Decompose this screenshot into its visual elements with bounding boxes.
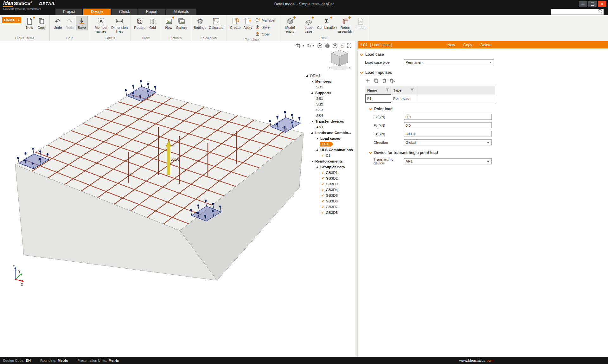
home-view-icon[interactable]: ⌂ — [339, 42, 345, 49]
tree-item-group-of-bars[interactable]: Group of Bars — [304, 164, 354, 170]
orbit-view-icon[interactable]: ↻ — [306, 42, 312, 49]
tree-item-loads-and-combin-[interactable]: Loads and Combin... — [304, 130, 354, 136]
checkbox-checked-icon[interactable]: ✔ — [321, 200, 324, 203]
tree-item-ss4[interactable]: SS4 — [304, 113, 354, 118]
impulse-type-cell[interactable]: Point load — [391, 94, 416, 103]
tree-item-supports[interactable]: Supports — [304, 90, 354, 96]
tree-item-transfer-devices[interactable]: Transfer devices — [304, 118, 354, 124]
fz-input[interactable] — [404, 131, 492, 137]
redo-button[interactable]: ↷ Redo — [64, 16, 75, 30]
new-load-case-action[interactable]: New — [447, 43, 455, 47]
chevron-down-icon[interactable]: ▾ — [16, 18, 20, 22]
tree-item-reinforcements[interactable]: Reinforcements — [304, 158, 354, 164]
transmitting-device-select[interactable]: AN1 — [404, 158, 492, 164]
section-transmitting-device[interactable]: Device for transmitting a point load — [358, 150, 608, 155]
tab-check[interactable]: Check — [112, 9, 138, 15]
direction-select[interactable]: Global — [404, 139, 492, 145]
checkbox-checked-icon[interactable]: ✔ — [321, 177, 324, 180]
fy-input[interactable] — [404, 122, 492, 128]
viewport-3d-scene[interactable]: 300.0 — [0, 41, 355, 357]
template-save-button[interactable]: Save — [254, 24, 276, 30]
expander-icon[interactable] — [311, 132, 313, 134]
add-impulse-icon[interactable] — [365, 78, 370, 83]
section-load-case[interactable]: Load case — [358, 52, 608, 57]
settings-button[interactable]: ⚙ Settings — [193, 16, 207, 30]
tree-item-c1[interactable]: ✔C1 — [304, 153, 354, 158]
tab-report[interactable]: Report — [138, 9, 165, 15]
new-combination-button[interactable]: Σ Combination — [318, 16, 336, 30]
apply-template-button[interactable]: Apply — [242, 16, 253, 30]
tree-item-gb3d8[interactable]: ✔GB3D8 — [304, 210, 354, 215]
dimension-lines-button[interactable]: Dimension lines — [111, 16, 128, 34]
solid-cube-icon[interactable] — [324, 42, 331, 49]
new-picture-button[interactable]: New — [163, 16, 175, 30]
tree-item-gb3d2[interactable]: ✔GB3D2 — [304, 176, 354, 181]
copy-load-case-action[interactable]: Copy — [463, 43, 472, 47]
expander-icon[interactable] — [311, 80, 313, 82]
new-model-entity-button[interactable]: Model entity — [281, 16, 299, 34]
copy-impulse-icon[interactable] — [373, 78, 379, 83]
tree-item-gb3d5[interactable]: ✔GB3D5 — [304, 193, 354, 198]
viewport-3d[interactable]: 300.0 — [0, 41, 355, 357]
checkbox-checked-icon[interactable]: ✔ — [321, 182, 324, 186]
minimize-button[interactable] — [579, 1, 587, 7]
expander-icon[interactable] — [306, 75, 308, 77]
shaded-cube-icon[interactable] — [332, 42, 338, 49]
checkbox-checked-icon[interactable]: ✔ — [321, 154, 324, 157]
tree-item-uls-combinations[interactable]: ULS Combinations — [304, 147, 354, 153]
undo-button[interactable]: ↶ Undo — [52, 16, 63, 30]
expander-icon[interactable] — [316, 149, 318, 151]
column-header-name[interactable]: Name — [365, 86, 391, 94]
impulse-name-cell[interactable]: F1 — [365, 94, 391, 103]
save-button[interactable]: Save — [76, 16, 87, 30]
tree-item-lc1[interactable]: LC1 — [304, 141, 354, 147]
section-point-load[interactable]: Point load — [358, 107, 608, 111]
tree-item-ss2[interactable]: SS2 — [304, 101, 354, 107]
template-manager-button[interactable]: Manager — [254, 17, 276, 23]
tree-item-drm1[interactable]: DRM1 — [304, 73, 354, 79]
search-input[interactable] — [553, 10, 598, 14]
filter-icon[interactable] — [410, 88, 414, 92]
checkbox-checked-icon[interactable]: ✔ — [321, 171, 324, 175]
expander-icon[interactable] — [311, 120, 313, 122]
tree-item-gb3d6[interactable]: ✔GB3D6 — [304, 198, 354, 204]
tree-item-gb3d7[interactable]: ✔GB3D7 — [304, 204, 354, 210]
delete-all-impulses-icon[interactable] — [390, 78, 395, 83]
dxf-import-button[interactable]: DXF Import — [355, 16, 367, 30]
project-item-selector[interactable]: DRM1 ▾ — [2, 17, 21, 23]
tree-item-gb3d3[interactable]: ✔GB3D3 — [304, 181, 354, 187]
tab-project[interactable]: Project — [55, 9, 82, 15]
load-case-type-select[interactable]: Permanent — [404, 59, 494, 65]
new-project-item-button[interactable]: New — [24, 16, 35, 30]
calculate-button[interactable]: Calculate — [208, 16, 224, 30]
search-icon[interactable] — [598, 9, 603, 15]
filter-icon[interactable] — [386, 88, 389, 92]
checkbox-checked-icon[interactable]: ✔ — [321, 188, 324, 192]
tree-item-gb3d1[interactable]: ✔GB3D1 — [304, 170, 354, 176]
tree-item-members[interactable]: Members — [304, 79, 354, 84]
member-names-button[interactable]: A Member names — [92, 16, 110, 34]
maximize-button[interactable] — [588, 1, 597, 7]
grid-button[interactable]: Grid — [147, 16, 158, 30]
gallery-button[interactable]: Gallery — [175, 16, 188, 30]
rebars-button[interactable]: Rebars — [133, 16, 146, 30]
delete-impulse-icon[interactable] — [381, 78, 387, 83]
panel-splitter[interactable] — [355, 41, 358, 357]
tree-item-ss3[interactable]: SS3 — [304, 107, 354, 113]
checkbox-checked-icon[interactable]: ✔ — [321, 194, 324, 197]
new-rebar-assembly-button[interactable]: Rebar assembly — [336, 16, 354, 34]
tab-design[interactable]: Design — [83, 9, 110, 15]
chevron-down-icon[interactable]: ▾ — [313, 44, 314, 47]
tree-item-load-cases[interactable]: Load cases — [304, 136, 354, 141]
copy-project-item-button[interactable]: Copy — [36, 16, 47, 30]
tree-item-an1[interactable]: AN1 — [304, 124, 354, 130]
tree-item-sb1[interactable]: SB1 — [304, 84, 354, 90]
section-crop-icon[interactable] — [295, 42, 302, 49]
new-load-case-button[interactable]: Load case — [300, 16, 317, 34]
fit-view-icon[interactable] — [346, 42, 352, 49]
navigation-cube[interactable] — [329, 50, 350, 70]
expander-icon[interactable] — [316, 166, 318, 168]
checkbox-checked-icon[interactable]: ✔ — [321, 211, 324, 214]
tab-materials[interactable]: Materials — [166, 9, 197, 15]
chevron-down-icon[interactable]: ▾ — [303, 44, 304, 47]
